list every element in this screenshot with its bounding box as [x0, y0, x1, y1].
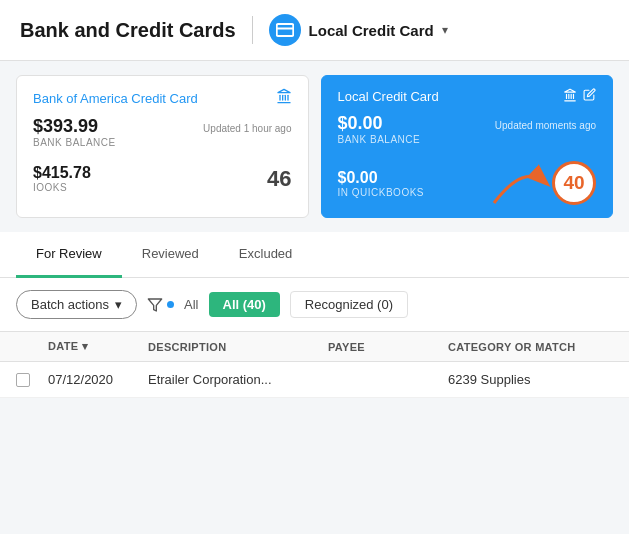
account-name: Local Credit Card: [309, 22, 434, 39]
col-category: CATEGORY OR MATCH: [448, 340, 613, 353]
local-bank-balance-label: BANK BALANCE: [338, 134, 421, 145]
tabs-list: For Review Reviewed Excluded: [16, 232, 613, 277]
local-iq-section: $0.00 IN QUICKBOOKS 40: [338, 153, 597, 205]
local-iq-label: IN QUICKBOOKS: [338, 187, 425, 198]
bofa-iq-amount: $415.78: [33, 164, 91, 182]
account-selector[interactable]: Local Credit Card ▾: [269, 14, 448, 46]
row-checkbox-cell: [16, 373, 48, 387]
table-header: DATE ▾ DESCRIPTION PAYEE CATEGORY OR MAT…: [0, 332, 629, 362]
header-divider: [252, 16, 253, 44]
filter-icon: [147, 297, 163, 313]
bofa-card-title: Bank of America Credit Card: [33, 91, 198, 106]
col-payee: PAYEE: [328, 340, 448, 353]
tab-reviewed[interactable]: Reviewed: [122, 232, 219, 278]
local-card-icons: [563, 88, 596, 105]
bofa-bank-icon: [276, 88, 292, 108]
local-updated: Updated moments ago: [495, 120, 596, 131]
bofa-card-header: Bank of America Credit Card: [33, 88, 292, 108]
filter-button[interactable]: [147, 297, 174, 313]
all-label: All: [184, 297, 198, 312]
bofa-iq-section: $415.78 iOOKS 46: [33, 156, 292, 193]
filter-active-dot: [167, 301, 174, 308]
tabs-section: For Review Reviewed Excluded: [0, 232, 629, 278]
bofa-count-badge: 46: [267, 166, 291, 192]
cards-area: Bank of America Credit Card $393.99 BAN: [0, 61, 629, 232]
orange-arrow: [484, 153, 554, 213]
transactions-table: DATE ▾ DESCRIPTION PAYEE CATEGORY OR MAT…: [0, 332, 629, 398]
page-title: Bank and Credit Cards: [20, 19, 236, 42]
local-card-header: Local Credit Card: [338, 88, 597, 105]
bofa-bank-balance-amount: $393.99: [33, 116, 116, 137]
svg-marker-15: [148, 299, 161, 311]
annotation-area: 40: [552, 161, 596, 205]
all-tab-pill[interactable]: All (40): [209, 292, 280, 317]
batch-actions-button[interactable]: Batch actions ▾: [16, 290, 137, 319]
bofa-updated: Updated 1 hour ago: [203, 123, 291, 134]
bofa-card[interactable]: Bank of America Credit Card $393.99 BAN: [16, 75, 309, 218]
tab-excluded[interactable]: Excluded: [219, 232, 312, 278]
batch-actions-label: Batch actions: [31, 297, 109, 312]
col-checkbox: [16, 340, 48, 353]
row-description: Etrailer Corporation...: [148, 372, 328, 387]
chevron-down-icon: ▾: [442, 23, 448, 37]
row-date: 07/12/2020: [48, 372, 148, 387]
batch-chevron-icon: ▾: [115, 297, 122, 312]
local-balance-row: $0.00 BANK BALANCE Updated moments ago: [338, 113, 597, 145]
svg-marker-13: [565, 89, 576, 92]
local-edit-icon[interactable]: [583, 88, 596, 105]
local-bank-balance-amount: $0.00: [338, 113, 421, 134]
header: Bank and Credit Cards Local Credit Card …: [0, 0, 629, 61]
recognized-tab-pill[interactable]: Recognized (0): [290, 291, 408, 318]
page-wrapper: Bank and Credit Cards Local Credit Card …: [0, 0, 629, 534]
local-bank-icon: [563, 88, 577, 105]
bofa-bank-balance-label: BANK BALANCE: [33, 137, 116, 148]
local-iq-amount: $0.00: [338, 169, 425, 187]
toolbar: Batch actions ▾ All All (40) Recognized …: [0, 278, 629, 332]
row-checkbox[interactable]: [16, 373, 30, 387]
local-card-title: Local Credit Card: [338, 89, 439, 104]
row-category: 6239 Supplies: [448, 372, 613, 387]
svg-rect-0: [276, 24, 293, 36]
bofa-balance-row: $393.99 BANK BALANCE Updated 1 hour ago: [33, 116, 292, 148]
svg-marker-7: [278, 89, 290, 92]
table-row: 07/12/2020 Etrailer Corporation... 6239 …: [0, 362, 629, 398]
tab-for-review[interactable]: For Review: [16, 232, 122, 278]
col-date: DATE ▾: [48, 340, 148, 353]
bofa-iq-label: iOOKS: [33, 182, 91, 193]
col-description: DESCRIPTION: [148, 340, 328, 353]
account-icon: [269, 14, 301, 46]
orange-count-badge: 40: [552, 161, 596, 205]
local-card[interactable]: Local Credit Card: [321, 75, 614, 218]
